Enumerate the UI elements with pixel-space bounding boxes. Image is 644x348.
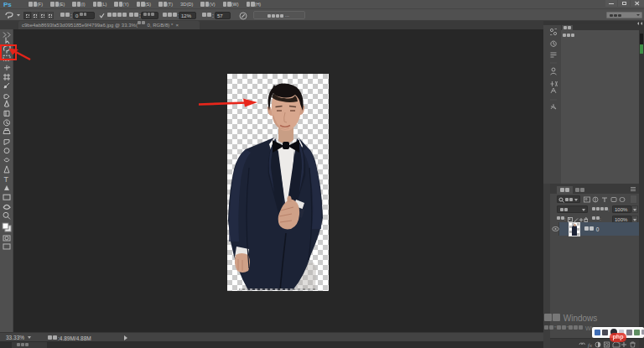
svg-text:T: T — [4, 175, 9, 184]
svg-text:fx: fx — [588, 342, 593, 348]
